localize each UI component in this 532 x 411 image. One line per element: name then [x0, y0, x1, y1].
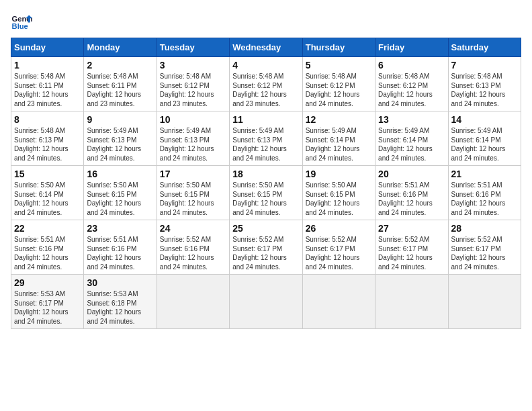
day-info: Sunrise: 5:52 AMSunset: 6:17 PMDaylight:…	[451, 235, 518, 271]
day-info: Sunrise: 5:53 AMSunset: 6:17 PMDaylight:…	[14, 289, 81, 326]
day-number: 16	[87, 169, 153, 179]
day-cell-14: 14Sunrise: 5:49 AMSunset: 6:14 PMDayligh…	[448, 111, 521, 166]
svg-text:Blue: Blue	[12, 22, 28, 30]
day-cell-24: 24Sunrise: 5:52 AMSunset: 6:16 PMDayligh…	[157, 220, 229, 275]
day-info: Sunrise: 5:48 AMSunset: 6:12 PMDaylight:…	[160, 72, 226, 108]
day-number: 20	[378, 169, 445, 179]
day-cell-6: 6Sunrise: 5:48 AMSunset: 6:12 PMDaylight…	[375, 57, 448, 111]
day-header-tuesday: Tuesday	[157, 38, 229, 57]
day-number: 1	[14, 60, 81, 71]
day-number: 4	[232, 60, 299, 71]
day-cell-11: 11Sunrise: 5:49 AMSunset: 6:13 PMDayligh…	[230, 111, 302, 166]
day-cell-9: 9Sunrise: 5:49 AMSunset: 6:13 PMDaylight…	[84, 111, 157, 166]
day-number: 29	[14, 277, 81, 288]
day-info: Sunrise: 5:51 AMSunset: 6:16 PMDaylight:…	[14, 235, 81, 271]
day-info: Sunrise: 5:50 AMSunset: 6:14 PMDaylight:…	[14, 181, 81, 217]
day-number: 9	[87, 114, 153, 125]
day-number: 5	[306, 60, 372, 71]
calendar-week-1: 1Sunrise: 5:48 AMSunset: 6:11 PMDaylight…	[11, 57, 521, 111]
calendar-week-5: 29Sunrise: 5:53 AMSunset: 6:17 PMDayligh…	[11, 275, 521, 329]
day-number: 11	[232, 114, 299, 125]
day-number: 8	[14, 114, 81, 125]
day-info: Sunrise: 5:48 AMSunset: 6:13 PMDaylight:…	[14, 126, 81, 163]
day-info: Sunrise: 5:48 AMSunset: 6:13 PMDaylight:…	[451, 72, 518, 108]
day-number: 7	[451, 60, 518, 71]
day-info: Sunrise: 5:49 AMSunset: 6:13 PMDaylight:…	[160, 126, 226, 163]
day-number: 25	[232, 223, 299, 234]
day-number: 22	[14, 223, 81, 234]
day-cell-22: 22Sunrise: 5:51 AMSunset: 6:16 PMDayligh…	[11, 220, 84, 275]
day-number: 12	[306, 114, 372, 125]
day-number: 18	[232, 169, 299, 179]
day-cell-4: 4Sunrise: 5:48 AMSunset: 6:12 PMDaylight…	[230, 57, 302, 111]
day-number: 30	[87, 277, 153, 288]
day-cell-21: 21Sunrise: 5:51 AMSunset: 6:16 PMDayligh…	[448, 166, 521, 220]
day-cell-30: 30Sunrise: 5:53 AMSunset: 6:18 PMDayligh…	[84, 275, 157, 329]
empty-cell	[302, 275, 375, 329]
day-info: Sunrise: 5:50 AMSunset: 6:15 PMDaylight:…	[87, 181, 153, 217]
day-number: 21	[451, 169, 518, 179]
header-row: SundayMondayTuesdayWednesdayThursdayFrid…	[11, 38, 521, 57]
empty-cell	[375, 275, 448, 329]
day-cell-18: 18Sunrise: 5:50 AMSunset: 6:15 PMDayligh…	[230, 166, 302, 220]
logo: General Blue	[11, 11, 35, 32]
day-cell-23: 23Sunrise: 5:51 AMSunset: 6:16 PMDayligh…	[84, 220, 157, 275]
day-number: 15	[14, 169, 81, 179]
day-number: 28	[451, 223, 518, 234]
day-info: Sunrise: 5:48 AMSunset: 6:12 PMDaylight:…	[232, 72, 299, 108]
empty-cell	[157, 275, 229, 329]
day-info: Sunrise: 5:49 AMSunset: 6:14 PMDaylight:…	[306, 126, 372, 163]
empty-cell	[230, 275, 302, 329]
day-info: Sunrise: 5:49 AMSunset: 6:14 PMDaylight:…	[378, 126, 445, 163]
day-number: 3	[160, 60, 226, 71]
day-number: 2	[87, 60, 153, 71]
day-info: Sunrise: 5:53 AMSunset: 6:18 PMDaylight:…	[87, 289, 153, 326]
empty-cell	[448, 275, 521, 329]
day-number: 23	[87, 223, 153, 234]
day-info: Sunrise: 5:51 AMSunset: 6:16 PMDaylight:…	[378, 181, 445, 217]
day-info: Sunrise: 5:50 AMSunset: 6:15 PMDaylight:…	[232, 181, 299, 217]
day-number: 13	[378, 114, 445, 125]
day-header-sunday: Sunday	[11, 38, 84, 57]
day-cell-13: 13Sunrise: 5:49 AMSunset: 6:14 PMDayligh…	[375, 111, 448, 166]
day-cell-19: 19Sunrise: 5:50 AMSunset: 6:15 PMDayligh…	[302, 166, 375, 220]
day-header-thursday: Thursday	[302, 38, 375, 57]
day-cell-29: 29Sunrise: 5:53 AMSunset: 6:17 PMDayligh…	[11, 275, 84, 329]
day-cell-16: 16Sunrise: 5:50 AMSunset: 6:15 PMDayligh…	[84, 166, 157, 220]
day-number: 26	[306, 223, 372, 234]
day-number: 17	[160, 169, 226, 179]
day-info: Sunrise: 5:49 AMSunset: 6:13 PMDaylight:…	[87, 126, 153, 163]
day-info: Sunrise: 5:49 AMSunset: 6:13 PMDaylight:…	[232, 126, 299, 163]
logo-icon: General Blue	[11, 11, 32, 32]
day-info: Sunrise: 5:52 AMSunset: 6:17 PMDaylight:…	[232, 235, 299, 271]
day-cell-27: 27Sunrise: 5:52 AMSunset: 6:17 PMDayligh…	[375, 220, 448, 275]
day-cell-26: 26Sunrise: 5:52 AMSunset: 6:17 PMDayligh…	[302, 220, 375, 275]
calendar-week-3: 15Sunrise: 5:50 AMSunset: 6:14 PMDayligh…	[11, 166, 521, 220]
day-cell-8: 8Sunrise: 5:48 AMSunset: 6:13 PMDaylight…	[11, 111, 84, 166]
day-header-wednesday: Wednesday	[230, 38, 302, 57]
day-header-monday: Monday	[84, 38, 157, 57]
day-info: Sunrise: 5:51 AMSunset: 6:16 PMDaylight:…	[87, 235, 153, 271]
day-cell-7: 7Sunrise: 5:48 AMSunset: 6:13 PMDaylight…	[448, 57, 521, 111]
day-info: Sunrise: 5:52 AMSunset: 6:16 PMDaylight:…	[160, 235, 226, 271]
day-number: 6	[378, 60, 445, 71]
day-cell-5: 5Sunrise: 5:48 AMSunset: 6:12 PMDaylight…	[302, 57, 375, 111]
day-cell-3: 3Sunrise: 5:48 AMSunset: 6:12 PMDaylight…	[157, 57, 229, 111]
day-cell-12: 12Sunrise: 5:49 AMSunset: 6:14 PMDayligh…	[302, 111, 375, 166]
day-cell-17: 17Sunrise: 5:50 AMSunset: 6:15 PMDayligh…	[157, 166, 229, 220]
day-cell-10: 10Sunrise: 5:49 AMSunset: 6:13 PMDayligh…	[157, 111, 229, 166]
day-info: Sunrise: 5:52 AMSunset: 6:17 PMDaylight:…	[306, 235, 372, 271]
day-info: Sunrise: 5:48 AMSunset: 6:11 PMDaylight:…	[87, 72, 153, 108]
day-info: Sunrise: 5:50 AMSunset: 6:15 PMDaylight:…	[306, 181, 372, 217]
day-cell-2: 2Sunrise: 5:48 AMSunset: 6:11 PMDaylight…	[84, 57, 157, 111]
day-info: Sunrise: 5:48 AMSunset: 6:12 PMDaylight:…	[378, 72, 445, 108]
calendar-week-4: 22Sunrise: 5:51 AMSunset: 6:16 PMDayligh…	[11, 220, 521, 275]
day-cell-25: 25Sunrise: 5:52 AMSunset: 6:17 PMDayligh…	[230, 220, 302, 275]
day-number: 10	[160, 114, 226, 125]
day-info: Sunrise: 5:50 AMSunset: 6:15 PMDaylight:…	[160, 181, 226, 217]
day-cell-28: 28Sunrise: 5:52 AMSunset: 6:17 PMDayligh…	[448, 220, 521, 275]
day-cell-20: 20Sunrise: 5:51 AMSunset: 6:16 PMDayligh…	[375, 166, 448, 220]
day-number: 27	[378, 223, 445, 234]
header: General Blue	[11, 11, 521, 32]
day-header-friday: Friday	[375, 38, 448, 57]
